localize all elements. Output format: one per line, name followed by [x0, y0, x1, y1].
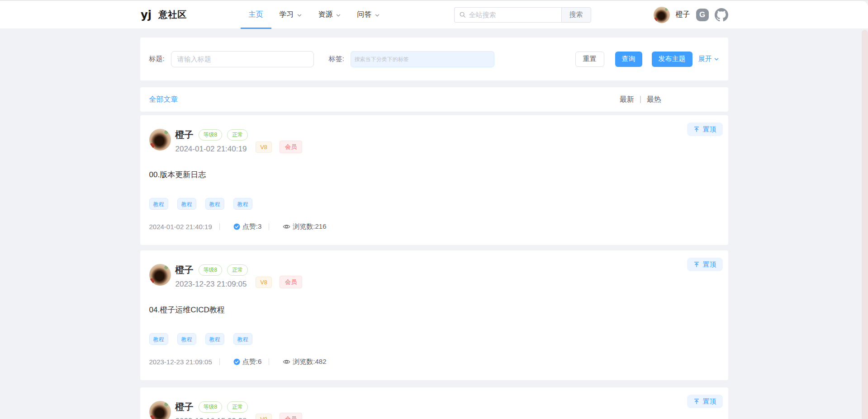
nav-item-qa[interactable]: 问答 [349, 1, 388, 28]
scrollbar[interactable] [862, 30, 868, 419]
chevron-down-icon [336, 13, 341, 18]
chevron-down-icon [297, 13, 302, 18]
author-avatar[interactable] [149, 401, 171, 419]
chevron-down-icon [375, 13, 380, 18]
user-area: 橙子 G [654, 7, 728, 23]
list-header: 全部文章 最新 最热 [140, 87, 728, 112]
post-card[interactable]: 置顶 橙子 等级8 正常 2024-01-02 21:40:19 V8 会员 0… [140, 115, 728, 245]
title-filter-input[interactable] [171, 51, 314, 67]
footer-date: 2024-01-02 21:40:19 [149, 223, 212, 231]
post-created-at: 2023-12-16 15:22:38 [175, 417, 248, 419]
sort-separator [640, 96, 641, 103]
post-card[interactable]: 置顶 橙子 等级8 正常 2023-12-16 15:22:38 V8 会员 [140, 387, 728, 419]
global-search: 搜索 [454, 7, 591, 23]
to-top-icon [693, 398, 700, 405]
search-icon [459, 11, 466, 18]
post-author-row: 橙子 等级8 正常 2023-12-23 21:09:05 V8 会员 [149, 264, 719, 289]
footer-separator [269, 358, 269, 365]
username[interactable]: 橙子 [676, 10, 690, 19]
gitee-icon[interactable]: G [696, 9, 709, 21]
post-tags: 教程 教程 教程 教程 [149, 198, 719, 210]
post-created-at: 2023-12-23 21:09:05 [175, 280, 248, 289]
search-button[interactable]: 搜索 [561, 7, 591, 23]
sort-options: 最新 最热 [620, 95, 661, 104]
filter-bar: 标题: 标签: 重置 查询 发布主题 展开 [140, 38, 728, 80]
tag[interactable]: 教程 [177, 198, 196, 210]
post-title[interactable]: 04.橙子运维CICD教程 [149, 305, 719, 315]
status-badge: 正常 [227, 129, 248, 141]
post-author-row: 橙子 等级8 正常 2024-01-02 21:40:19 V8 会员 [149, 129, 719, 154]
sort-newest[interactable]: 最新 [620, 95, 634, 104]
nav-item-learn[interactable]: 学习 [271, 1, 310, 28]
main-content: 标题: 标签: 重置 查询 发布主题 展开 全部文章 最新 最热 置顶 [140, 38, 728, 419]
author-avatar[interactable] [149, 264, 171, 286]
brand[interactable]: yj 意社区 [140, 8, 187, 22]
author-name: 橙子 [175, 264, 194, 276]
likes-stat: 点赞:6 [233, 358, 262, 366]
status-badge: 正常 [227, 264, 248, 276]
eye-icon [283, 223, 290, 231]
to-top-icon [693, 126, 700, 132]
pin-button[interactable]: 置顶 [687, 395, 723, 408]
all-articles-tab[interactable]: 全部文章 [149, 95, 178, 104]
nav-item-home[interactable]: 主页 [241, 1, 271, 28]
likes-stat: 点赞:3 [233, 222, 262, 231]
post-footer: 2023-12-23 21:09:05 点赞:6 浏览数:482 [149, 358, 719, 366]
vip-badge: V8 [256, 277, 272, 288]
tag[interactable]: 教程 [205, 333, 224, 345]
title-filter-label: 标题: [149, 55, 165, 63]
post-card[interactable]: 置顶 橙子 等级8 正常 2023-12-23 21:09:05 V8 会员 0… [140, 250, 728, 380]
tag[interactable]: 教程 [177, 333, 196, 345]
author-avatar[interactable] [149, 129, 171, 151]
check-circle-icon [233, 223, 240, 230]
member-badge: 会员 [280, 276, 302, 288]
tag-filter-input[interactable] [351, 51, 494, 67]
reset-button[interactable]: 重置 [575, 52, 604, 67]
github-icon[interactable] [715, 8, 728, 22]
nav-item-resources[interactable]: 资源 [310, 1, 349, 28]
footer-separator [219, 358, 220, 365]
tag[interactable]: 教程 [205, 198, 224, 210]
vip-badge: V8 [256, 141, 272, 153]
member-badge: 会员 [280, 141, 302, 153]
filter-actions: 重置 查询 发布主题 展开 [575, 52, 719, 67]
tag[interactable]: 教程 [149, 333, 168, 345]
post-title[interactable]: 00.版本更新日志 [149, 170, 719, 180]
author-name: 橙子 [175, 401, 194, 413]
top-navbar: yj 意社区 主页 学习 资源 问答 [0, 1, 868, 29]
chevron-down-icon [714, 56, 719, 62]
member-badge: 会员 [280, 413, 302, 419]
site-logo-icon: yj [140, 8, 154, 22]
views-stat: 浏览数:216 [283, 222, 326, 231]
tag[interactable]: 教程 [233, 198, 252, 210]
post-created-at: 2024-01-02 21:40:19 [175, 145, 248, 154]
footer-separator [269, 223, 269, 230]
status-badge: 正常 [227, 401, 248, 413]
level-badge: 等级8 [199, 401, 223, 413]
footer-separator [219, 223, 220, 230]
eye-icon [283, 358, 290, 366]
post-author-row: 橙子 等级8 正常 2023-12-16 15:22:38 V8 会员 [149, 401, 719, 419]
author-name: 橙子 [175, 129, 194, 141]
search-input[interactable] [469, 11, 561, 19]
user-avatar[interactable] [654, 7, 670, 23]
vip-badge: V8 [256, 414, 272, 419]
post-footer: 2024-01-02 21:40:19 点赞:3 浏览数:216 [149, 222, 719, 231]
search-box [454, 7, 561, 23]
views-stat: 浏览数:482 [283, 358, 326, 366]
level-badge: 等级8 [199, 129, 223, 141]
pin-button[interactable]: 置顶 [687, 258, 723, 271]
expand-link[interactable]: 展开 [698, 55, 719, 63]
publish-topic-button[interactable]: 发布主题 [652, 52, 693, 67]
sort-hottest[interactable]: 最热 [647, 95, 661, 104]
pin-button[interactable]: 置顶 [687, 122, 723, 136]
tag-filter-label: 标签: [329, 55, 344, 63]
site-title: 意社区 [159, 9, 187, 21]
footer-date: 2023-12-23 21:09:05 [149, 358, 212, 366]
to-top-icon [693, 261, 700, 268]
tag[interactable]: 教程 [233, 333, 252, 345]
svg-text:yj: yj [140, 8, 151, 21]
main-nav: 主页 学习 资源 问答 [241, 1, 388, 28]
query-button[interactable]: 查询 [615, 52, 642, 67]
tag[interactable]: 教程 [149, 198, 168, 210]
